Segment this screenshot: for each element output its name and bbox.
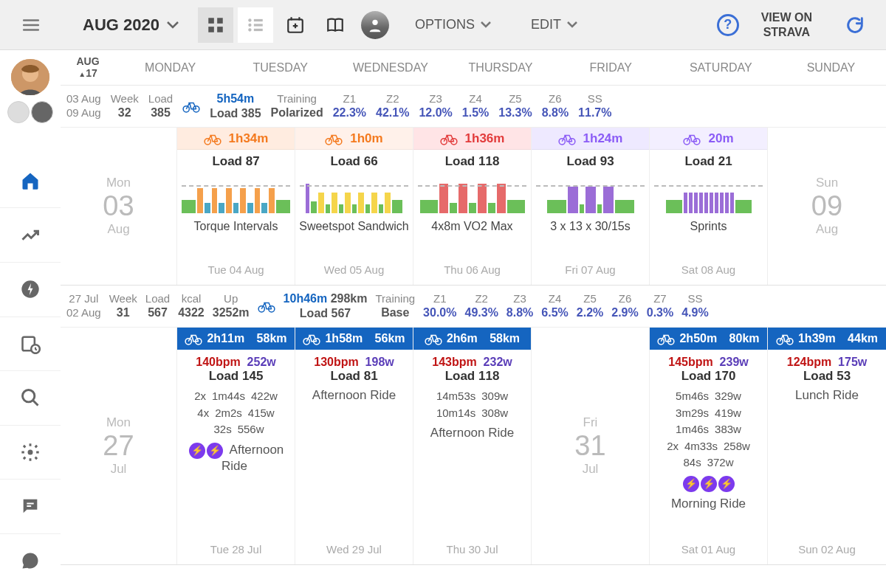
grid-view-button[interactable] [198, 7, 233, 43]
activity-header: 2h11m 58km [177, 328, 295, 350]
week-kcal: kcal 4322 [178, 292, 205, 321]
weekday-header: FRIDAY [556, 61, 666, 75]
svg-rect-7 [254, 24, 263, 26]
week-number: Week 31 [109, 292, 137, 321]
small-avatar-icon[interactable] [31, 101, 53, 123]
hamburger-menu[interactable] [13, 7, 49, 43]
chevron-down-icon [167, 21, 179, 29]
bolt-icon: ⚡ [207, 443, 223, 459]
day-cell-empty[interactable]: Sun 09 Aug [768, 128, 886, 285]
options-dropdown[interactable]: OPTIONS [397, 17, 509, 32]
zone-stat: Z312.0% [419, 92, 452, 121]
bike-icon [258, 300, 275, 313]
week-summary-row: 27 Jul 02 Aug Week 31 Load 567 kcal 4322… [61, 286, 886, 328]
day-cell-planned[interactable]: 1h0m Load 66 Sweetspot Sandwich Wed 05 A… [295, 128, 413, 285]
week-range: 03 Aug 09 Aug [66, 92, 101, 120]
refresh-button[interactable] [837, 7, 873, 43]
svg-point-18 [28, 449, 33, 454]
week-duration: 5h54m Load 385 [210, 91, 261, 121]
day-cell-planned[interactable]: 1h36m Load 118 4x8m VO2 Max Thu 06 Aug [413, 128, 532, 285]
svg-rect-5 [254, 18, 263, 21]
week-header: AUG ▲17 MONDAY TUESDAY WEDNESDAY THURSDA… [61, 50, 886, 86]
bolt-icon: ⚡ [189, 443, 205, 459]
options-label: OPTIONS [415, 17, 475, 32]
list-view-button[interactable] [238, 7, 273, 43]
workout-header: 20m [650, 128, 767, 150]
svg-point-17 [23, 390, 35, 402]
day-cell-completed[interactable]: 1h39m 44km 124bpm 175w Load 53 Lunch Rid… [768, 328, 886, 564]
zone-stat: Z46.5% [541, 292, 568, 321]
nav-power[interactable] [0, 263, 61, 317]
view-on-strava-link[interactable]: VIEW ON STRAVA [761, 10, 812, 38]
day-cell-empty[interactable]: Mon 27 Jul [61, 328, 177, 564]
zone-stat: Z38.8% [506, 292, 533, 321]
help-button[interactable]: ? [717, 14, 739, 36]
workout-chart [532, 172, 649, 213]
followed-users[interactable] [7, 101, 53, 123]
svg-point-4 [248, 18, 251, 21]
zone-stat: Z122.3% [333, 92, 366, 121]
calendar-content: AUG ▲17 MONDAY TUESDAY WEDNESDAY THURSDA… [61, 50, 886, 588]
month-label: AUG 2020 [83, 15, 159, 35]
day-cell-planned[interactable]: 20m Load 21 Sprints Sat 08 Aug [650, 128, 768, 285]
edit-dropdown[interactable]: EDIT [513, 17, 595, 32]
nav-settings[interactable] [0, 426, 61, 480]
workout-chart [413, 172, 531, 213]
chevron-down-icon [481, 21, 491, 28]
day-cell-empty[interactable]: Fri 31 Jul [532, 328, 650, 564]
library-button[interactable] [317, 7, 353, 43]
svg-point-11 [372, 19, 377, 24]
svg-point-6 [248, 23, 251, 26]
main: AUG ▲17 MONDAY TUESDAY WEDNESDAY THURSDA… [0, 50, 886, 588]
add-event-button[interactable] [278, 7, 313, 43]
day-cell-planned[interactable]: 1h24m Load 93 3 x 13 x 30/15s Fri 07 Aug [532, 128, 650, 285]
day-cell-completed[interactable]: 2h11m 58km 140bpm 252w Load 145 2x1m44s4… [177, 328, 295, 564]
weekday-header: MONDAY [115, 61, 225, 75]
zone-stat: Z68.8% [542, 92, 569, 121]
bolt-icon: ⚡ [701, 476, 717, 492]
bolt-icon: ⚡ [718, 476, 735, 492]
edit-label: EDIT [531, 17, 561, 32]
achievement-bolts: ⚡⚡⚡ [650, 471, 767, 492]
bike-icon [182, 100, 200, 113]
small-avatar-icon[interactable] [7, 101, 30, 123]
day-cell-planned[interactable]: 1h34m Load 87 Torque Intervals Tue 04 Au… [177, 128, 295, 285]
zone-stat: Z513.3% [498, 92, 532, 121]
bolt-icon: ⚡ [683, 476, 699, 492]
user-avatar[interactable] [11, 59, 49, 95]
week-load: Load 385 [148, 92, 173, 121]
nav-chat[interactable] [0, 480, 61, 534]
zone-stat: Z52.2% [577, 292, 603, 321]
chevron-down-icon [567, 21, 577, 28]
month-selector[interactable]: AUG 2020 [53, 15, 193, 35]
svg-rect-1 [217, 18, 223, 24]
zone-stat: Z242.1% [376, 92, 409, 121]
weekday-header: WEDNESDAY [335, 61, 445, 75]
nav-activities[interactable] [0, 317, 61, 372]
workout-header: 1h36m [413, 128, 531, 150]
day-cell-empty[interactable]: Mon 03 Aug [61, 128, 177, 285]
nav-search[interactable] [0, 371, 61, 426]
interval-list: 5m46s329w 3m29s419w 1m46s383w 2x4m33s258… [650, 384, 767, 471]
weekday-header: THURSDAY [445, 61, 555, 75]
zone-stat: Z249.3% [464, 292, 498, 321]
zone-stat: Z62.9% [611, 292, 638, 321]
interval-list: 2x1m44s422w 4x2m2s415w 32s556w [177, 384, 295, 438]
nav-home[interactable] [0, 154, 61, 209]
week-row: Mon 03 Aug 1h34m Load 87 Torque Interval… [61, 128, 886, 286]
day-cell-completed[interactable]: 2h6m 58km 143bpm 232w Load 118 14m53s309… [413, 328, 532, 564]
day-cell-completed[interactable]: 1h58m 56km 130bpm 198w Load 81 Afternoon… [295, 328, 413, 564]
svg-rect-0 [208, 18, 214, 24]
workout-chart [295, 172, 413, 213]
interval-list: 14m53s309w 10m14s308w [413, 384, 531, 421]
month-jump[interactable]: AUG ▲17 [61, 56, 115, 79]
week-elevation: Up 3252m [213, 292, 250, 321]
week-duration: 10h46m 298km Load 567 [284, 291, 368, 321]
day-cell-completed[interactable]: 2h50m 80km 145bpm 239w Load 170 5m46s329… [650, 328, 768, 564]
nav-disqus[interactable] [0, 534, 61, 588]
nav-trends[interactable] [0, 208, 61, 263]
training-type: Training Base [375, 292, 415, 321]
svg-rect-9 [254, 28, 263, 30]
profile-button[interactable] [357, 7, 393, 43]
zone-stat: Z70.3% [647, 292, 673, 321]
